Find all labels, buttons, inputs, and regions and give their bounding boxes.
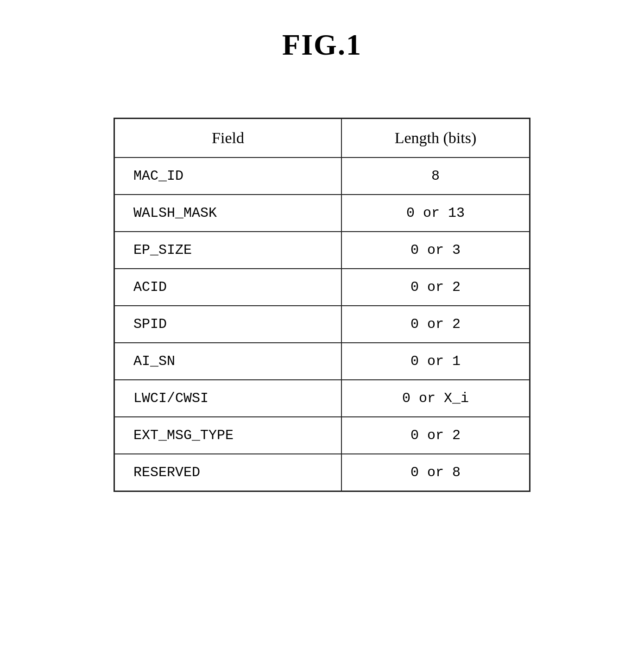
length-cell: 0 or 2 (341, 269, 530, 306)
table-row: LWCI/CWSI0 or X_i (114, 380, 530, 417)
field-cell: RESERVED (114, 454, 342, 491)
field-cell: SPID (114, 306, 342, 343)
length-cell: 0 or 13 (341, 195, 530, 232)
table-row: AI_SN0 or 1 (114, 343, 530, 380)
table-row: ACID0 or 2 (114, 269, 530, 306)
length-cell: 0 or 2 (341, 417, 530, 454)
table-header-row: Field Length (bits) (114, 119, 530, 158)
column-header-field: Field (114, 119, 342, 158)
figure-title: FIG.1 (282, 28, 362, 62)
field-cell: ACID (114, 269, 342, 306)
field-cell: EP_SIZE (114, 232, 342, 269)
length-cell: 0 or 3 (341, 232, 530, 269)
length-cell: 0 or 2 (341, 306, 530, 343)
table-row: EP_SIZE0 or 3 (114, 232, 530, 269)
table-row: EXT_MSG_TYPE0 or 2 (114, 417, 530, 454)
field-cell: WALSH_MASK (114, 195, 342, 232)
length-cell: 0 or X_i (341, 380, 530, 417)
field-cell: LWCI/CWSI (114, 380, 342, 417)
table-row: SPID0 or 2 (114, 306, 530, 343)
table-row: MAC_ID8 (114, 157, 530, 195)
field-cell: EXT_MSG_TYPE (114, 417, 342, 454)
field-cell: AI_SN (114, 343, 342, 380)
field-cell: MAC_ID (114, 157, 342, 195)
length-cell: 0 or 8 (341, 454, 530, 491)
column-header-length: Length (bits) (341, 119, 530, 158)
length-cell: 0 or 1 (341, 343, 530, 380)
table-row: WALSH_MASK0 or 13 (114, 195, 530, 232)
table-container: Field Length (bits) MAC_ID8WALSH_MASK0 o… (114, 118, 530, 492)
data-table: Field Length (bits) MAC_ID8WALSH_MASK0 o… (114, 118, 530, 492)
table-row: RESERVED0 or 8 (114, 454, 530, 491)
length-cell: 8 (341, 157, 530, 195)
